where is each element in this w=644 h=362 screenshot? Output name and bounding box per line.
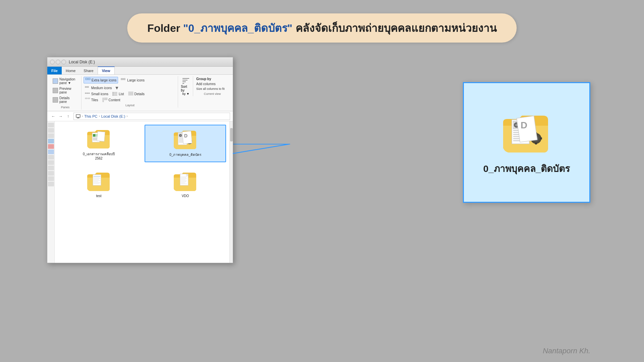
- svg-rect-15: [114, 95, 117, 96]
- ribbon-tabs: File Home Share View: [47, 67, 233, 75]
- file-grid: 0_เอกสารงานเคลือบปี 2562: [55, 121, 229, 263]
- maximize-btn[interactable]: [56, 60, 60, 64]
- svg-rect-13: [114, 94, 117, 94]
- layout-section-label: Layout: [84, 103, 177, 107]
- scrollbar-thumb[interactable]: [230, 128, 233, 141]
- explorer-window: Local Disk (E:) File Home Share View Nav…: [47, 57, 233, 263]
- svg-rect-11: [114, 92, 117, 93]
- explorer-content: 0_เอกสารงานเคลือบปี 2562: [47, 121, 233, 263]
- sidebar: [47, 121, 55, 263]
- size-all-btn[interactable]: Size all columns to fit: [195, 87, 229, 91]
- svg-rect-72: [181, 179, 187, 179]
- svg-rect-10: [113, 92, 113, 93]
- svg-rect-35: [93, 135, 96, 136]
- sidebar-item-2[interactable]: [48, 128, 54, 133]
- content-btn[interactable]: Content: [101, 97, 122, 103]
- sidebar-item-10[interactable]: [48, 171, 54, 176]
- sort-by-label[interactable]: Sort by: [181, 85, 191, 92]
- svg-rect-26: [182, 81, 186, 82]
- svg-rect-16: [128, 92, 133, 93]
- folder-photos-id-icon: D: [172, 127, 199, 151]
- path-local-disk[interactable]: Local Disk (E:): [101, 114, 125, 118]
- folder-photos-id[interactable]: D 0_ภาพบุคคล_ติดบัตร: [145, 125, 226, 162]
- folder-docs-2562[interactable]: 0_เอกสารงานเคลือบปี 2562: [58, 125, 140, 162]
- svg-text:D: D: [521, 120, 527, 130]
- svg-rect-94: [535, 143, 537, 144]
- extra-large-icons-btn[interactable]: Extra large icons: [84, 77, 118, 83]
- folder-vdo-icon: [172, 169, 199, 193]
- svg-rect-19: [85, 98, 87, 99]
- sidebar-item-8[interactable]: [48, 160, 54, 165]
- list-btn[interactable]: List: [111, 91, 125, 97]
- medium-icons-label: Medium icons: [91, 86, 112, 90]
- current-view-section: Group by Add columns Size all columns to…: [194, 76, 231, 96]
- preview-pane-icon: [53, 88, 58, 93]
- svg-rect-74: [181, 181, 187, 181]
- banner-suffix: คลังจัดเก็บภาพถ่ายบุคคลแยกตามหน่วยงาน: [292, 22, 497, 34]
- layout-section: Extra large icons Large icons Medium ico…: [82, 76, 178, 108]
- sidebar-item-4[interactable]: [48, 139, 54, 143]
- svg-rect-18: [128, 95, 133, 95]
- folder-test[interactable]: test: [58, 167, 140, 200]
- sort-icon: [182, 77, 190, 85]
- sidebar-item-5[interactable]: [48, 144, 54, 149]
- details-pane-btn[interactable]: Details pane: [51, 96, 79, 104]
- svg-rect-73: [181, 180, 185, 180]
- svg-rect-14: [113, 95, 113, 96]
- sidebar-item-11[interactable]: [48, 176, 54, 181]
- preview-pane-btn[interactable]: Preview pane: [51, 86, 79, 95]
- svg-rect-20: [88, 98, 90, 99]
- sidebar-item-9[interactable]: [48, 166, 54, 170]
- layout-dropdown-arrow[interactable]: ▼: [115, 85, 119, 90]
- large-icons-label: Large icons: [127, 78, 145, 82]
- folder-vdo[interactable]: VDO: [145, 167, 226, 200]
- navigation-pane-btn[interactable]: Navigationpane ▼: [51, 77, 79, 85]
- svg-rect-30: [77, 118, 79, 118]
- medium-icons-btn[interactable]: Medium icons: [84, 85, 113, 91]
- sidebar-item-6[interactable]: [48, 149, 54, 154]
- small-icons-btn[interactable]: Small icons: [84, 91, 110, 97]
- svg-rect-70: [181, 177, 187, 177]
- banner-highlight: "0_ภาพบุคคล_ติดบัตร": [183, 22, 292, 34]
- scrollbar[interactable]: [229, 121, 233, 263]
- up-btn[interactable]: ↑: [65, 113, 71, 120]
- svg-rect-29: [77, 117, 79, 118]
- large-icons-btn[interactable]: Large icons: [119, 77, 146, 83]
- navigation-pane-icon: [53, 78, 58, 84]
- sidebar-item-7[interactable]: [48, 155, 54, 160]
- zoom-folder-name: 0_ภาพบุคคล_ติดบัตร: [483, 161, 570, 176]
- tab-share[interactable]: Share: [79, 67, 97, 74]
- group-by-btn[interactable]: Group by: [195, 77, 229, 81]
- close-btn[interactable]: [61, 60, 66, 64]
- folder-docs-2562-icon: [86, 127, 112, 150]
- tab-home[interactable]: Home: [62, 67, 79, 74]
- minimize-btn[interactable]: [50, 60, 55, 64]
- svg-rect-4: [123, 78, 125, 80]
- svg-rect-27: [182, 83, 184, 84]
- svg-rect-23: [104, 99, 107, 100]
- svg-rect-67: [94, 182, 100, 183]
- svg-rect-12: [113, 94, 113, 94]
- sidebar-item-3[interactable]: [48, 133, 54, 138]
- tab-view[interactable]: View: [98, 66, 115, 74]
- sidebar-item-1[interactable]: [48, 123, 54, 127]
- add-columns-btn[interactable]: Add columns: [195, 82, 229, 86]
- navigation-pane-label: Navigationpane ▼: [59, 77, 75, 85]
- current-view-label: Current view: [195, 92, 229, 96]
- list-label: List: [119, 92, 124, 96]
- tab-file[interactable]: File: [47, 67, 62, 74]
- sidebar-item-12[interactable]: [48, 182, 54, 186]
- tiles-btn[interactable]: Tiles: [84, 97, 100, 103]
- forward-btn[interactable]: →: [57, 113, 64, 120]
- svg-rect-21: [103, 98, 104, 102]
- sort-section: Sort by by ▼: [179, 76, 193, 96]
- svg-rect-1: [86, 78, 88, 80]
- svg-rect-96: [540, 137, 542, 139]
- details-btn[interactable]: Details: [127, 91, 146, 97]
- panes-section: Navigationpane ▼ Preview pane Details pa…: [49, 76, 82, 110]
- back-btn[interactable]: ←: [50, 113, 57, 120]
- details-pane-label: Details pane: [59, 96, 78, 104]
- svg-rect-66: [94, 181, 98, 182]
- panes-label: Panes: [51, 105, 79, 109]
- path-this-pc[interactable]: This PC: [84, 114, 97, 118]
